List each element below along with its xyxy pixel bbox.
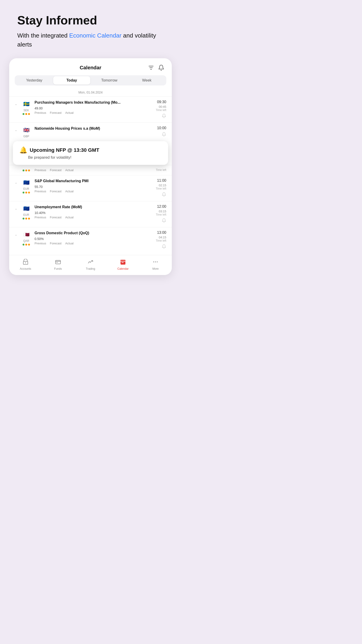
nav-more[interactable]: More [146, 259, 165, 270]
dot-2 [25, 113, 27, 115]
lbl-prev-sp: Previous [34, 190, 46, 193]
event-row-gbp: ⌄ 🇬🇧 GBP Nationwide Housing Prices s.a (… [9, 122, 172, 141]
event-value-eur-sp: 55.70 [34, 185, 147, 189]
bell-header-icon[interactable] [158, 64, 164, 71]
lbl-fore-qar: Forecast [50, 242, 62, 245]
tab-bar: Yesterday Today Tomorrow Week [15, 75, 166, 86]
phone-card: Calendar Yesterday Today Tomorrow Week M… [9, 58, 172, 275]
bell-eur-unemp[interactable] [162, 218, 166, 224]
chevron-qar: ⌄ [15, 233, 18, 236]
event-value-eur-unemp: 10.40% [34, 211, 147, 215]
dot-p2 [25, 170, 27, 171]
tab-tomorrow[interactable]: Tomorrow [91, 76, 128, 84]
countdown-qar: 04:15 [159, 236, 166, 239]
event-time-qar: 13:00 04:15 Time left [150, 230, 166, 250]
dot-u2 [25, 218, 27, 220]
flag-qar: 🇶🇦 [22, 230, 30, 239]
timeleft-qar: Time left [156, 239, 166, 242]
funds-icon [55, 259, 61, 266]
flag-sek: 🇸🇪 [22, 100, 30, 108]
nav-funds[interactable]: Funds [49, 259, 67, 270]
svg-point-12 [157, 262, 158, 262]
notif-title-text: Upcoming NFP @ 13:30 GMT [30, 147, 99, 153]
event-row-eur-unemp: ⌄ 🇪🇺 EUR Unemployment Rate (MoM) 10.40% … [9, 201, 172, 227]
partial-time: Time left [150, 168, 166, 172]
event-info-eur-unemp: Unemployment Rate (MoM) 10.40% Previous … [34, 204, 147, 219]
lbl-prev-unemp: Previous [34, 216, 46, 219]
bell-eur-sp[interactable] [162, 192, 166, 198]
currency-eur-sp: EUR [23, 187, 29, 190]
event-value-qar: 0.50% [34, 237, 147, 241]
event-time-eur-sp: 11:00 02:15 Time left [150, 178, 166, 198]
flag-block-sek: 🇸🇪 SEK [21, 100, 31, 115]
filter-icon[interactable] [148, 64, 154, 71]
svg-rect-5 [56, 260, 60, 264]
event-name-eur-unemp: Unemployment Rate (MoM) [34, 204, 147, 210]
event-info-sek: Purchasing Managers Index Manufacturing … [34, 100, 147, 114]
dot-sp2 [25, 192, 27, 194]
currency-sek: SEK [24, 109, 29, 112]
flag-eur-sp: 🇪🇺 [22, 178, 30, 187]
countdown-eur-unemp: 03:15 [159, 210, 166, 213]
flag-block-qar: 🇶🇦 QAR [21, 230, 31, 246]
partial-labels: Previous Forecast Actual [34, 168, 147, 172]
hero-subtitle: With the integrated Economic Calendar an… [17, 31, 164, 49]
nav-label-more: More [152, 267, 159, 270]
nav-trading[interactable]: Trading [81, 259, 100, 270]
svg-point-10 [153, 262, 154, 262]
dot-3 [28, 113, 30, 115]
flag-block-eur-unemp: 🇪🇺 EUR [21, 204, 31, 220]
time-sek: 09:30 [157, 100, 166, 104]
dot-p1 [22, 170, 24, 171]
partial-row: Previous Forecast Actual Time left [9, 165, 172, 175]
tab-yesterday[interactable]: Yesterday [16, 76, 53, 84]
hero-title: Stay Informed [17, 14, 164, 27]
dot-q2 [25, 244, 27, 246]
event-time-sek: 09:30 00:45 Time left [150, 100, 166, 119]
notif-bell-icon: 🔔 [19, 146, 28, 154]
calendar-header: Calendar [9, 58, 172, 74]
subtitle-highlight: Economic Calendar [69, 32, 121, 39]
lbl-fore-partial: Forecast [50, 168, 62, 172]
event-labels-sek: Previous Forecast Actual [34, 111, 147, 114]
partial-dots [21, 168, 31, 171]
nav-label-trading: Trading [86, 267, 95, 270]
svg-rect-8 [122, 262, 122, 263]
lbl-prev-qar: Previous [34, 242, 46, 245]
lbl-act-sp: Actual [65, 190, 74, 193]
bell-sek[interactable] [162, 114, 166, 119]
bell-qar[interactable] [162, 244, 166, 250]
timeleft-eur-unemp: Time left [156, 213, 166, 216]
chevron-eur-sp: ⌄ [15, 181, 18, 184]
chevron-eur-unemp: ⌄ [15, 207, 18, 210]
lbl-act-partial: Actual [65, 168, 74, 172]
event-row-qar: ⌄ 🇶🇦 QAR Gross Domestic Product (QoQ) 0.… [9, 227, 172, 253]
dots-qar [22, 244, 30, 246]
nav-accounts[interactable]: Accounts [16, 259, 35, 270]
event-name-gbp: Nationwide Housing Prices s.a (MoM) [34, 126, 147, 131]
currency-gbp: GBP [23, 135, 29, 138]
date-label: Mon, 01.04.2024 [9, 89, 172, 96]
nav-label-accounts: Accounts [20, 267, 31, 270]
tab-week[interactable]: Week [128, 76, 165, 84]
event-name-eur-sp: S&P Global Manufacturing PMI [34, 178, 147, 184]
bell-gbp[interactable] [162, 132, 166, 138]
countdown-label-sek: Time left [156, 108, 166, 112]
dots-partial [22, 170, 30, 171]
lbl-act-qar: Actual [65, 242, 74, 245]
nav-calendar[interactable]: Calendar [114, 259, 132, 270]
tab-today[interactable]: Today [53, 76, 90, 84]
calendar-title: Calendar [80, 65, 101, 71]
nav-label-calendar: Calendar [118, 267, 129, 270]
currency-qar: QAR [23, 239, 29, 242]
event-labels-partial: Previous Forecast Actual [34, 168, 147, 172]
time-eur-unemp: 12:00 [157, 204, 166, 209]
event-value-sek: 49.00 [34, 106, 147, 110]
dot-sp1 [22, 192, 24, 194]
event-name-sek: Purchasing Managers Index Manufacturing … [34, 100, 147, 105]
dots-eur-sp [22, 192, 30, 194]
dot-u1 [22, 218, 24, 220]
countdown-sek: 00:45 [159, 105, 166, 108]
bottom-nav: Accounts Funds Trading [9, 255, 172, 275]
currency-eur-unemp: EUR [23, 213, 29, 216]
